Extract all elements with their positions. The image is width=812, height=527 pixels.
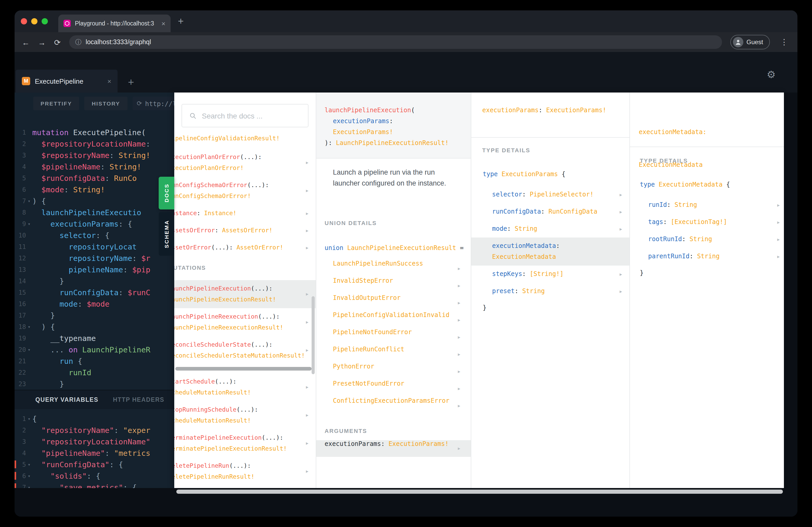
- union-member[interactable]: ConflictingExecutionParamsError▶: [316, 397, 471, 414]
- doc-item-signature: startSchedule(...):: [174, 376, 316, 387]
- fold-gutter: [26, 275, 32, 287]
- site-info-icon[interactable]: ⓘ: [75, 38, 82, 46]
- variables-editor[interactable]: 1▾{2 "repositoryName": "exper3 "reposito…: [15, 409, 174, 488]
- fold-caret-icon[interactable]: ▾: [26, 344, 32, 356]
- chevron-right-icon: ▶: [620, 189, 622, 200]
- doc-item-signature: stopRunningSchedule(...):: [174, 404, 316, 415]
- query-line: 3 $repositoryName: String!: [17, 150, 174, 161]
- doc-item[interactable]: startSchedule(...):ScheduleMutationResul…: [174, 373, 316, 401]
- address-bar[interactable]: ⓘ localhost:3333/graphql: [69, 35, 722, 49]
- close-tab-icon[interactable]: ×: [161, 20, 165, 27]
- doc-item[interactable]: runConfigSchemaOrError(...):RunConfigSch…: [174, 177, 316, 205]
- query-editor[interactable]: 1mutation ExecutePipeline(2 $repositoryL…: [15, 127, 174, 390]
- workspace-tab[interactable]: M ExecutePipeline ×: [16, 70, 118, 92]
- docs-horizontal-scrollbar[interactable]: [176, 490, 783, 494]
- line-number: 13: [17, 264, 26, 275]
- chevron-right-icon: ▶: [777, 251, 780, 262]
- type-field[interactable]: runConfigData: RunConfigData▶: [471, 203, 629, 220]
- doc-item-type: LaunchPipelineExecutionResult!: [174, 294, 316, 305]
- type-field[interactable]: executionMetadata:ExecutionMetadata: [471, 238, 629, 266]
- doc-item[interactable]: instance: Instance!▶: [174, 205, 316, 222]
- history-button[interactable]: HISTORY: [85, 97, 128, 110]
- fold-caret-icon[interactable]: ▾: [26, 413, 32, 425]
- union-member[interactable]: LaunchPipelineRunSuccess▶: [316, 260, 471, 277]
- fold-gutter: [26, 367, 32, 378]
- browser-menu-icon[interactable]: ⋮: [778, 37, 790, 47]
- docs-vertical-scrollbar[interactable]: [311, 296, 315, 374]
- browser-tab[interactable]: Playground - http://localhost:3 ×: [58, 15, 171, 32]
- minimize-window-button[interactable]: [31, 18, 38, 25]
- docs-dock-tab[interactable]: DOCS: [159, 177, 174, 209]
- close-workspace-tab-icon[interactable]: ×: [107, 77, 111, 85]
- back-icon[interactable]: ←: [22, 38, 30, 46]
- type-field[interactable]: parentRunId: String▶: [630, 248, 784, 265]
- doc-item-signature: instance: Instance!: [174, 208, 316, 219]
- new-workspace-tab-button[interactable]: +: [128, 77, 134, 87]
- union-member[interactable]: PipelineRunConflict▶: [316, 346, 471, 363]
- url-text: localhost:3333/graphql: [86, 39, 151, 46]
- type-field[interactable]: preset: String▶: [471, 283, 629, 300]
- docs-search-input[interactable]: Search the docs ...: [182, 104, 308, 127]
- reload-icon[interactable]: ⟳: [54, 38, 61, 46]
- fold-caret-icon[interactable]: ▾: [26, 218, 32, 230]
- fold-caret-icon[interactable]: ▾: [26, 482, 32, 488]
- zoom-window-button[interactable]: [42, 18, 48, 25]
- profile-button[interactable]: Guest: [730, 35, 770, 49]
- forward-icon[interactable]: →: [38, 38, 46, 46]
- fold-gutter: [26, 356, 32, 367]
- chevron-right-icon: ▶: [620, 286, 622, 297]
- doc-item[interactable]: reconcileSchedulerState(...):ReconcileSc…: [174, 336, 316, 364]
- type-field[interactable]: tags: [ExecutionTag!]▶: [630, 214, 784, 231]
- argument-row[interactable]: executionParams: ExecutionParams!▶: [316, 440, 471, 457]
- query-line: 21 run {: [17, 356, 174, 367]
- fold-caret-icon[interactable]: ▾: [26, 470, 32, 482]
- doc-item[interactable]: terminatePipelineExecution(...):Terminat…: [174, 429, 316, 457]
- doc-item-signature: assetsOrError: AssetsOrError!: [174, 225, 316, 236]
- union-member[interactable]: InvalidOutputError▶: [316, 294, 471, 311]
- prettify-button[interactable]: PRETTIFY: [33, 97, 79, 110]
- fold-caret-icon[interactable]: ▾: [26, 321, 32, 333]
- union-member[interactable]: PipelineConfigValidationInvalid▶: [316, 311, 471, 329]
- chevron-right-icon: ▶: [458, 386, 460, 391]
- column-horizontal-scrollbar[interactable]: [175, 367, 311, 371]
- type-field[interactable]: runId: String▶: [630, 196, 784, 214]
- type-field[interactable]: rootRunId: String▶: [630, 231, 784, 248]
- code-text: $repositoryLocationName:: [32, 138, 150, 150]
- union-member[interactable]: PresetNotFoundError▶: [316, 380, 471, 397]
- docs-column-execution-params: executionParams: ExecutionParams! TYPE D…: [471, 92, 629, 488]
- type-field[interactable]: selector: PipelineSelector!▶: [471, 186, 629, 203]
- union-member[interactable]: PipelineNotFoundError▶: [316, 329, 471, 346]
- browser-tab-strip: Playground - http://localhost:3 × +: [15, 10, 797, 32]
- fold-gutter: [26, 161, 32, 172]
- fold-caret-icon[interactable]: ▾: [26, 195, 32, 207]
- doc-item[interactable]: assetsOrError: AssetsOrError!▶: [174, 222, 316, 239]
- variables-section: QUERY VARIABLES HTTP HEADERS 1▾{2 "repos…: [15, 390, 174, 488]
- schema-dock-tab[interactable]: SCHEMA: [159, 212, 174, 256]
- tab-query-variables[interactable]: QUERY VARIABLES: [35, 396, 98, 403]
- close-window-button[interactable]: [21, 18, 27, 25]
- query-line: 16 mode: $mode: [17, 298, 174, 310]
- chevron-right-icon: ▶: [458, 403, 460, 408]
- doc-item-signature: deletePipelineRun(...):: [174, 461, 316, 471]
- doc-item[interactable]: stopRunningSchedule(...):ScheduleMutatio…: [174, 401, 316, 429]
- chevron-right-icon: ▶: [458, 266, 460, 271]
- union-member[interactable]: InvalidStepError▶: [316, 277, 471, 294]
- variables-line: 3 "repositoryLocationName": [17, 436, 174, 448]
- tab-http-headers[interactable]: HTTP HEADERS: [113, 396, 164, 403]
- fold-caret-icon[interactable]: ▾: [26, 459, 32, 470]
- reload-schema-icon[interactable]: ⟳: [137, 100, 142, 107]
- chevron-right-icon: ▶: [306, 157, 308, 168]
- type-field[interactable]: mode: String▶: [471, 220, 629, 238]
- type-field[interactable]: stepKeys: [String!]▶: [471, 266, 629, 283]
- union-member[interactable]: PythonError▶: [316, 363, 471, 380]
- settings-gear-icon[interactable]: ⚙: [767, 70, 775, 79]
- doc-item[interactable]: assetOrError(...): AssetOrError!▶: [174, 239, 316, 256]
- variables-line: 2 "repositoryName": "exper: [17, 425, 174, 436]
- bottom-strip: [15, 488, 797, 517]
- doc-item[interactable]: launchPipelineReexecution(...):LaunchPip…: [174, 308, 316, 336]
- new-browser-tab-button[interactable]: +: [178, 16, 184, 27]
- endpoint-input[interactable]: ⟳ http://loc: [133, 97, 174, 110]
- doc-item[interactable]: deletePipelineRun(...):DeletePipelineRun…: [174, 457, 316, 485]
- doc-item[interactable]: launchPipelineExecution(...):LaunchPipel…: [174, 280, 316, 308]
- doc-item[interactable]: executionPlanOrError(...):ExecutionPlanO…: [174, 149, 316, 177]
